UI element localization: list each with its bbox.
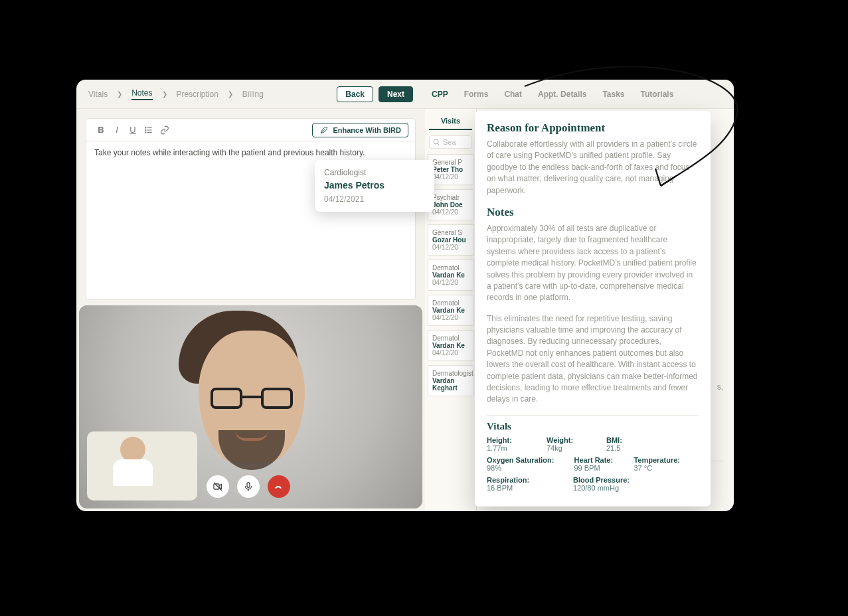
svg-point-11 <box>434 139 438 144</box>
svg-line-12 <box>438 143 440 145</box>
crumb-billing[interactable]: Billing <box>242 90 264 99</box>
provider-hover-card: Cardiologist James Petros 04/12/2021 <box>315 160 434 212</box>
overlay-notes-text-1: Approximately 30% of all tests are dupli… <box>487 223 699 304</box>
mic-toggle-button[interactable] <box>237 475 260 498</box>
video-call <box>79 305 422 508</box>
crumb-prescription[interactable]: Prescription <box>177 90 218 99</box>
hover-date: 04/12/2021 <box>324 194 425 204</box>
info-overlay-panel: Reason for Appointment Collaborate effor… <box>475 111 711 506</box>
tab-appt-details[interactable]: Appt. Details <box>534 90 590 99</box>
next-button[interactable]: Next <box>379 86 413 102</box>
italic-icon[interactable]: I <box>109 122 125 138</box>
overlay-reason-text: Collaborate effortlessly with all provid… <box>487 139 699 196</box>
crumb-notes[interactable]: Notes <box>131 88 152 100</box>
chevron-icon: ❯ <box>117 90 122 98</box>
list-icon[interactable] <box>141 122 157 138</box>
visit-card[interactable]: General PPeter Tho04/12/20 <box>428 154 473 185</box>
mic-icon <box>243 481 254 492</box>
feather-icon <box>319 125 329 135</box>
visit-card[interactable]: DermatolVardan Ke04/12/20 <box>428 330 473 361</box>
video-controls <box>207 475 290 498</box>
enhance-button[interactable]: Enhance With BIRD <box>312 123 408 137</box>
tab-tasks[interactable]: Tasks <box>598 90 628 99</box>
back-button[interactable]: Back <box>337 86 373 102</box>
left-column: Vitals ❯ Notes ❯ Prescription ❯ Billing … <box>76 80 425 511</box>
bold-icon[interactable]: B <box>93 122 109 138</box>
video-self-view <box>87 431 197 501</box>
tab-forms[interactable]: Forms <box>460 90 493 99</box>
overlay-heading-notes: Notes <box>487 206 699 219</box>
subtab-visits[interactable]: Visits <box>429 113 472 130</box>
underline-icon[interactable]: U <box>125 122 141 138</box>
overlay-notes-text-2: This eliminates the need for repetitive … <box>487 313 699 406</box>
visit-card[interactable]: DermatolVardan Ke04/12/20 <box>428 295 473 326</box>
camera-off-icon <box>212 481 223 492</box>
bg-text-fragment: s, <box>717 381 723 393</box>
breadcrumb-bar: Vitals ❯ Notes ❯ Prescription ❯ Billing … <box>76 80 425 109</box>
search-placeholder: Sea <box>443 138 456 146</box>
svg-point-3 <box>145 127 146 127</box>
svg-point-5 <box>145 131 146 132</box>
visit-card[interactable]: DermatolVardan Ke04/12/20 <box>428 260 473 291</box>
end-call-button[interactable] <box>268 475 290 498</box>
tab-tutorials[interactable]: Tutorials <box>637 90 678 99</box>
overlay-heading-reason: Reason for Appointment <box>487 121 699 135</box>
chevron-icon: ❯ <box>162 90 167 98</box>
svg-point-4 <box>145 129 146 130</box>
crumb-vitals[interactable]: Vitals <box>88 90 108 99</box>
search-icon <box>432 138 440 146</box>
overlay-heading-vitals: Vitals <box>487 421 699 432</box>
camera-toggle-button[interactable] <box>207 475 229 498</box>
hover-name: James Petros <box>324 180 425 191</box>
editor-toolbar: B I U Enhance With BIRD <box>86 119 415 141</box>
tab-chat[interactable]: Chat <box>500 90 526 99</box>
chevron-icon: ❯ <box>228 90 233 98</box>
visit-card[interactable]: General SGozar Hou04/12/20 <box>428 224 473 256</box>
right-tabs: CPP Forms Chat Appt. Details Tasks Tutor… <box>425 80 734 109</box>
enhance-label: Enhance With BIRD <box>333 126 401 134</box>
link-icon[interactable] <box>157 122 173 138</box>
visit-card[interactable]: DermatologistVardan Keghart <box>428 365 473 396</box>
tab-cpp[interactable]: CPP <box>428 90 452 99</box>
hover-role: Cardiologist <box>324 168 425 177</box>
svg-rect-9 <box>247 483 250 487</box>
visits-search[interactable]: Sea <box>429 135 472 149</box>
overlay-vitals: Vitals Height:1.77m Weight:74kg BMI:21.5… <box>487 415 699 492</box>
visit-card[interactable]: PsychiatrJohn Doe04/12/20 <box>428 189 473 220</box>
phone-icon <box>274 481 284 492</box>
